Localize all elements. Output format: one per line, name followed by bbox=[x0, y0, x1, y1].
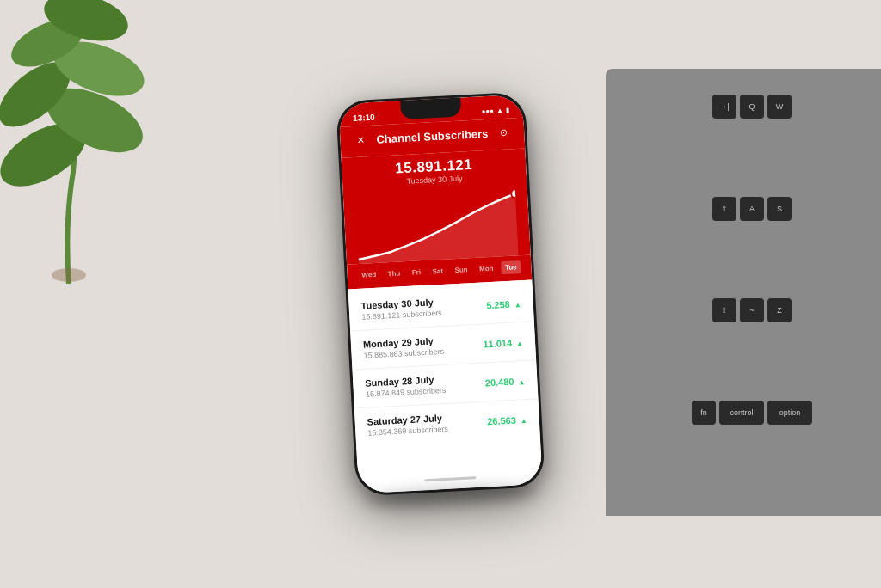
camera-button[interactable]: ⊙ bbox=[495, 123, 513, 141]
key-backtick: ~ bbox=[740, 298, 764, 322]
tab-thu[interactable]: Thu bbox=[383, 266, 404, 280]
app-title: Channel Subscribers bbox=[369, 126, 496, 146]
chart-section: 15.891.121 Tuesday 30 July bbox=[342, 149, 531, 265]
laptop-keyboard: →| Q W ⇧ A S ⇧ ~ Z fn control option bbox=[606, 69, 881, 516]
stat-count-monday: 11.014 ▲ bbox=[483, 337, 523, 349]
stat-right-sunday: 20.480 ▲ bbox=[484, 372, 526, 389]
tab-fri[interactable]: Fri bbox=[407, 266, 425, 279]
tab-mon[interactable]: Mon bbox=[475, 261, 498, 275]
key-capslock: ⇧ bbox=[712, 197, 736, 221]
key-fn: fn bbox=[692, 401, 716, 425]
key-shift: ⇧ bbox=[712, 298, 736, 322]
keyboard-row-1: →| Q W bbox=[623, 95, 881, 193]
keyboard-row-3: ⇧ ~ Z bbox=[623, 298, 881, 397]
keyboard-row-2: ⇧ A S bbox=[623, 197, 881, 296]
key-control: control bbox=[719, 401, 764, 425]
phone-device: 13:10 ●●● ▲ ▮ ✕ Channel Subscribers ⊙ bbox=[336, 92, 545, 497]
phone-body: 13:10 ●●● ▲ ▮ ✕ Channel Subscribers ⊙ bbox=[336, 92, 545, 497]
stats-list: Tuesday 30 July 15.891.121 subscribers 5… bbox=[348, 279, 542, 477]
key-z: Z bbox=[767, 298, 792, 322]
tab-sun[interactable]: Sun bbox=[450, 263, 472, 277]
chart-graph bbox=[355, 187, 519, 264]
key-s: S bbox=[767, 197, 792, 221]
wifi-icon: ▲ bbox=[496, 107, 503, 114]
tab-sat[interactable]: Sat bbox=[428, 265, 447, 279]
phone-screen: 13:10 ●●● ▲ ▮ ✕ Channel Subscribers ⊙ bbox=[338, 95, 542, 494]
keyboard-row-4: fn control option bbox=[623, 401, 881, 499]
svg-point-7 bbox=[511, 189, 519, 198]
stat-count-saturday: 26.563 ▲ bbox=[487, 414, 527, 426]
tab-tue[interactable]: Tue bbox=[501, 260, 521, 274]
stat-count-sunday: 20.480 ▲ bbox=[485, 376, 526, 388]
status-time: 13:10 bbox=[353, 113, 375, 123]
stat-subs-sunday: 15.874.849 subscribers bbox=[366, 386, 447, 399]
signal-icon: ●●● bbox=[481, 107, 494, 115]
key-a: A bbox=[740, 197, 764, 221]
key-tab: →| bbox=[712, 95, 736, 119]
home-bar bbox=[424, 476, 476, 481]
battery-icon: ▮ bbox=[506, 107, 509, 114]
key-option: option bbox=[767, 401, 812, 425]
stat-subs-monday: 15.885.863 subscribers bbox=[363, 347, 444, 360]
phone-notch bbox=[400, 97, 461, 119]
key-q: Q bbox=[740, 95, 764, 119]
svg-point-6 bbox=[52, 268, 86, 282]
stat-left-monday: Monday 29 July 15.885.863 subscribers bbox=[363, 335, 445, 360]
stat-subs-saturday: 15.854.369 subscribers bbox=[367, 425, 448, 438]
stat-right-saturday: 26.563 ▲ bbox=[487, 411, 528, 428]
stat-right-tuesday: 5.258 ▲ bbox=[486, 295, 521, 312]
close-button[interactable]: ✕ bbox=[352, 131, 370, 149]
stat-left-tuesday: Tuesday 30 July 15.891.121 subscribers bbox=[360, 297, 442, 322]
stat-left-saturday: Saturday 27 July 15.854.369 subscribers bbox=[367, 413, 448, 438]
stat-subs-tuesday: 15.891.121 subscribers bbox=[361, 309, 442, 322]
plant-decoration bbox=[0, 0, 163, 284]
status-icons: ●●● ▲ ▮ bbox=[481, 107, 509, 116]
stat-count-tuesday: 5.258 ▲ bbox=[486, 298, 521, 310]
stat-left-sunday: Sunday 28 July 15.874.849 subscribers bbox=[365, 374, 447, 399]
tab-wed[interactable]: Wed bbox=[357, 268, 380, 282]
stat-right-monday: 11.014 ▲ bbox=[483, 334, 524, 351]
key-w: W bbox=[767, 95, 792, 119]
